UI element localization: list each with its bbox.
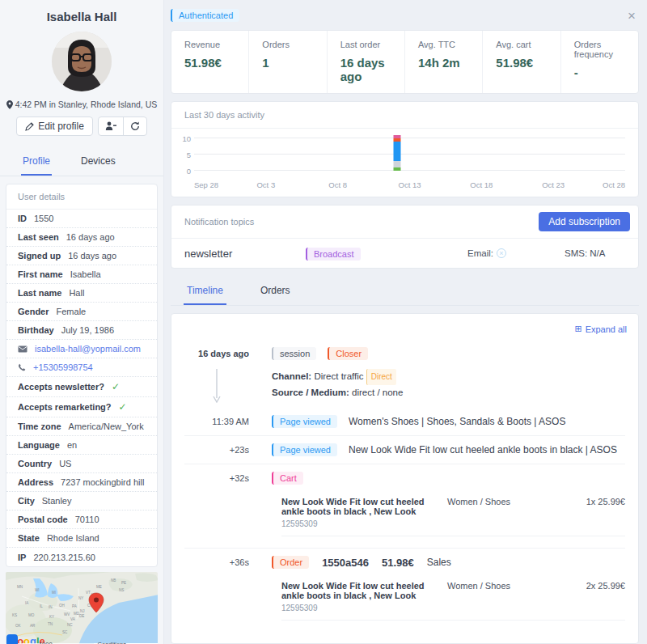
location-map[interactable]: MNWIMIIAILINOHPANYVTNHMEMACTNJMDDEVAWVKY… (6, 572, 158, 644)
location-pin-icon (6, 100, 13, 109)
product-category: Women / Shoes (447, 497, 552, 506)
main-tabs: Timeline Orders (171, 278, 639, 306)
notification-topics-title: Notification topics (184, 217, 254, 227)
channel-line: Channel: Direct traffic Direct (272, 369, 403, 385)
expand-all-link[interactable]: ⊞ Expand all (574, 324, 627, 334)
phone-link[interactable]: +15305998754 (33, 362, 93, 372)
detail-row: Address7237 mockingbird hill (6, 473, 157, 492)
product-qty-price: 1x 25.99€ (552, 497, 625, 506)
session-event-row: 16 days ago session Closer (184, 340, 625, 367)
x-tick-label: Oct 23 (542, 180, 565, 189)
detail-label: State (18, 533, 40, 543)
activity-chart: 0510 (171, 129, 638, 179)
stat-last-order: Last order16 days ago (327, 31, 404, 93)
event-time: +32s (184, 473, 249, 483)
topic-name: newsletter (184, 248, 306, 260)
product-qty-price: 2x 25.99€ (552, 581, 625, 591)
svg-text:ME: ME (96, 585, 102, 589)
pencil-icon (25, 122, 34, 131)
detail-label: Time zone (18, 422, 61, 431)
email-icon (18, 345, 27, 353)
avatar (52, 32, 112, 91)
stat-value: - (574, 66, 625, 79)
detail-value: US (59, 459, 71, 468)
detail-value: Rhode Island (47, 533, 99, 543)
page-viewed-badge: Page viewed (272, 443, 337, 456)
detail-row: Postal code70110 (6, 511, 157, 529)
stat-avg-ttc: Avg. TTC14h 2m (404, 31, 482, 93)
detail-row: Accepts remarketing?✓ (6, 397, 157, 417)
detail-value: 220.213.215.60 (33, 553, 95, 562)
x-tick-label: Sep 28 (194, 180, 218, 189)
event-time: +36s (184, 557, 249, 567)
stat-label: Revenue (184, 40, 235, 49)
tab-profile[interactable]: Profile (21, 149, 52, 176)
page: Isabella Hall 4:42 PM in (0, 0, 647, 644)
tab-timeline[interactable]: Timeline (184, 278, 226, 305)
add-subscription-button[interactable]: Add subscription (539, 212, 630, 231)
detail-label: Accepts newsletter? (18, 382, 104, 392)
stat-value: 1 (262, 56, 313, 70)
detail-label: Accepts remarketing? (18, 402, 112, 412)
email-link[interactable]: isabella-hall@yopmail.com (35, 344, 141, 354)
check-icon: ✓ (112, 381, 120, 392)
expand-all-label: Expand all (586, 324, 627, 334)
detail-label: Postal code (18, 515, 68, 524)
bar-segment-session (393, 161, 400, 167)
y-tick-label: 10 (182, 134, 191, 143)
activity-bar[interactable] (393, 135, 400, 171)
tab-devices[interactable]: Devices (79, 149, 117, 176)
page-title: New Look Wide Fit low cut heeled ankle b… (349, 444, 617, 455)
timeline-card: ⊞ Expand all 16 days ago session Closer (171, 313, 639, 644)
event-time: +23s (184, 445, 249, 455)
detail-value: 1550 (34, 214, 53, 223)
closer-badge: Closer (328, 347, 368, 360)
edit-profile-button[interactable]: Edit profile (16, 117, 93, 136)
detail-label: Last seen (18, 232, 59, 242)
sidebar-tabs: Profile Devices (0, 149, 163, 176)
remove-user-button[interactable] (99, 117, 123, 135)
order-id: 1550a546 (322, 557, 369, 569)
detail-label: ID (18, 214, 27, 223)
detail-label: Signed up (18, 251, 61, 261)
stat-orders-frequency: Orders frequency- (560, 31, 638, 93)
close-icon[interactable]: × (624, 9, 639, 23)
detail-row: isabella-hall@yopmail.com (6, 340, 157, 358)
svg-text:NS: NS (119, 588, 124, 592)
svg-text:NC: NC (67, 623, 73, 627)
chat-widget[interactable] (6, 634, 18, 644)
refresh-button[interactable] (123, 117, 146, 135)
expand-all-icon: ⊞ (574, 324, 581, 334)
detail-row: CountryUS (6, 455, 157, 473)
detail-row: First nameIsabella (6, 265, 157, 284)
stat-avg-cart: Avg. cart51.98€ (482, 31, 560, 93)
detail-row: CityStanley (6, 492, 157, 511)
detail-value: Hall (69, 288, 84, 298)
svg-text:SC: SC (62, 630, 68, 634)
detail-row: +15305998754 (6, 358, 157, 377)
source-medium-line: Source / Medium: direct / none (272, 385, 403, 400)
detail-label: IP (18, 553, 26, 562)
stat-value: 51.98€ (184, 56, 235, 70)
x-tick-label: Oct 28 (603, 180, 625, 189)
user-details-header: User details (6, 184, 157, 210)
svg-text:PA: PA (72, 604, 78, 608)
detail-row: Accepts newsletter?✓ (6, 377, 157, 397)
svg-text:OH: OH (59, 604, 65, 608)
detail-value: July 19, 1986 (61, 325, 114, 335)
cart-event-row: +32s Cart (184, 464, 625, 492)
tab-orders[interactable]: Orders (257, 278, 294, 305)
order-event-row: +36s Order 1550a546 51.98€ Sales (184, 548, 625, 576)
email-status-label: Email: (467, 248, 493, 258)
page-title: Women's Shoes | Shoes, Sandals & Boots |… (349, 416, 565, 427)
detail-value: 70110 (75, 515, 99, 524)
page-view-row: 11:39 AM Page viewed Women's Shoes | Sho… (184, 408, 625, 435)
detail-row: Last nameHall (6, 284, 157, 303)
chart-plot (194, 135, 625, 176)
svg-text:TN: TN (48, 622, 53, 626)
product-name: New Look Wide Fit low cut heeled ankle b… (281, 581, 447, 600)
email-disabled-icon[interactable]: × (497, 248, 506, 258)
stats-card: Revenue51.98€Orders1Last order16 days ag… (171, 30, 639, 94)
svg-text:NB: NB (111, 578, 116, 583)
detail-value: 7237 mockingbird hill (61, 477, 144, 487)
